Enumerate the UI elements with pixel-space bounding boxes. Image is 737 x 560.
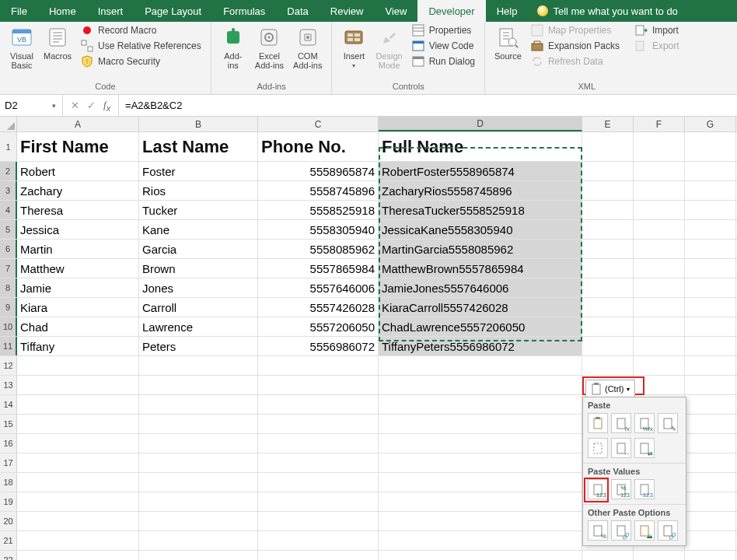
cell-F4[interactable] [634, 201, 685, 219]
row-header-9[interactable]: 9 [0, 298, 17, 317]
cell-B13[interactable] [139, 376, 258, 394]
xml-source-button[interactable]: Source [491, 23, 525, 68]
cell-G1[interactable] [685, 132, 736, 161]
cell-D20[interactable] [379, 512, 582, 530]
row-header-15[interactable]: 15 [0, 415, 17, 433]
row-header-11[interactable]: 11 [0, 337, 17, 355]
cell-C19[interactable] [258, 492, 379, 511]
row-header-4[interactable]: 4 [0, 201, 17, 219]
cell-B15[interactable] [139, 415, 258, 433]
row-header-16[interactable]: 16 [0, 434, 17, 453]
paste-picture-icon[interactable]: ⛰ [634, 520, 655, 541]
paste-keep-source-icon[interactable]: ✎ [658, 413, 678, 433]
cell-C13[interactable] [258, 376, 379, 394]
cell-C21[interactable] [258, 531, 379, 550]
cell-G4[interactable] [685, 201, 736, 219]
cell-E3[interactable] [582, 181, 634, 200]
col-header-E[interactable]: E [582, 117, 634, 131]
row-header-12[interactable]: 12 [0, 356, 17, 375]
cell-A12[interactable] [17, 356, 139, 375]
cell-A20[interactable] [17, 512, 139, 530]
cell-C12[interactable] [258, 356, 379, 375]
cell-B8[interactable]: Jones [139, 278, 258, 297]
paste-no-borders-icon[interactable] [588, 438, 608, 458]
cell-D14[interactable] [379, 395, 582, 414]
cell-A4[interactable]: Theresa [17, 201, 139, 219]
view-code-button[interactable]: View Code [409, 39, 478, 53]
paste-values-number-format-icon[interactable]: %123 [611, 479, 631, 499]
cell-B3[interactable]: Rios [139, 181, 258, 200]
name-box-dropdown[interactable]: ▾ [48, 100, 59, 111]
cell-B9[interactable]: Carroll [139, 298, 258, 317]
row-header-2[interactable]: 2 [0, 162, 17, 180]
paste-all-icon[interactable] [588, 413, 608, 433]
cell-G7[interactable] [685, 259, 736, 278]
cell-C3[interactable]: 5558745896 [258, 181, 379, 200]
cell-F10[interactable] [634, 317, 685, 336]
cell-F13[interactable] [634, 376, 685, 394]
cell-D21[interactable] [379, 531, 582, 550]
cell-F12[interactable] [634, 356, 685, 375]
cell-G19[interactable] [685, 492, 736, 511]
cell-E1[interactable] [582, 132, 634, 161]
col-header-C[interactable]: C [258, 117, 379, 131]
cell-F2[interactable] [634, 162, 685, 180]
cell-G20[interactable] [685, 512, 736, 530]
cell-D16[interactable] [379, 434, 582, 453]
cell-G22[interactable] [685, 551, 736, 560]
visual-basic-button[interactable]: VBVisual Basic [6, 23, 37, 72]
cell-B21[interactable] [139, 531, 258, 550]
tab-view[interactable]: View [374, 0, 417, 22]
formula-input[interactable] [119, 100, 737, 111]
cell-C2[interactable]: 5558965874 [258, 162, 379, 180]
cell-G21[interactable] [685, 531, 736, 550]
cell-A7[interactable]: Matthew [17, 259, 139, 278]
cell-G18[interactable] [685, 473, 736, 492]
cell-F8[interactable] [634, 278, 685, 297]
cell-B16[interactable] [139, 434, 258, 453]
cell-F11[interactable] [634, 337, 685, 355]
cell-C17[interactable] [258, 453, 379, 472]
cell-E7[interactable] [582, 259, 634, 278]
name-box[interactable] [5, 100, 48, 111]
col-header-A[interactable]: A [17, 117, 139, 131]
row-header-1[interactable]: 1 [0, 132, 17, 161]
cell-B12[interactable] [139, 356, 258, 375]
cell-B2[interactable]: Foster [139, 162, 258, 180]
row-header-19[interactable]: 19 [0, 492, 17, 511]
cell-D5[interactable]: JessicaKane5558305940 [379, 220, 582, 239]
paste-formulas-formatting-icon[interactable]: %fx [634, 413, 655, 433]
cell-B1[interactable]: Last Name [139, 132, 258, 161]
cell-G17[interactable] [685, 453, 736, 472]
cell-G8[interactable] [685, 278, 736, 297]
cell-C14[interactable] [258, 395, 379, 414]
cell-A14[interactable] [17, 395, 139, 414]
paste-link-icon[interactable]: 🔗 [611, 520, 631, 541]
tab-data[interactable]: Data [276, 0, 319, 22]
paste-formulas-icon[interactable]: fx [611, 413, 631, 433]
cell-D10[interactable]: ChadLawrence5557206050 [379, 317, 582, 336]
select-all-button[interactable] [0, 117, 17, 131]
cell-B5[interactable]: Kane [139, 220, 258, 239]
relative-refs-button[interactable]: Use Relative References [78, 39, 204, 53]
tab-developer[interactable]: Developer [417, 0, 485, 22]
row-header-10[interactable]: 10 [0, 317, 17, 336]
row-header-17[interactable]: 17 [0, 453, 17, 472]
cell-E12[interactable] [582, 356, 634, 375]
cell-A10[interactable]: Chad [17, 317, 139, 336]
cell-A21[interactable] [17, 531, 139, 550]
cell-B10[interactable]: Lawrence [139, 317, 258, 336]
macro-security-button[interactable]: !Macro Security [78, 54, 204, 68]
cell-D11[interactable]: TiffanyPeters5556986072 [379, 337, 582, 355]
tab-formulas[interactable]: Formulas [212, 0, 276, 22]
tab-home[interactable]: Home [38, 0, 87, 22]
cell-E10[interactable] [582, 317, 634, 336]
cell-C5[interactable]: 5558305940 [258, 220, 379, 239]
cell-G16[interactable] [685, 434, 736, 453]
cell-F7[interactable] [634, 259, 685, 278]
cell-G5[interactable] [685, 220, 736, 239]
cell-D7[interactable]: MatthewBrown5557865984 [379, 259, 582, 278]
cell-B22[interactable] [139, 551, 258, 560]
tab-file[interactable]: File [0, 0, 38, 22]
row-header-21[interactable]: 21 [0, 531, 17, 550]
